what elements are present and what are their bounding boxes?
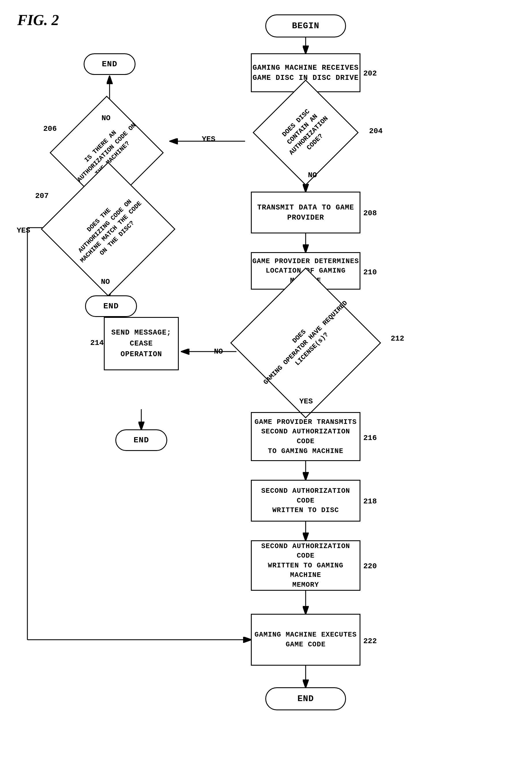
node-214-label: SEND MESSAGE;CEASEOPERATION xyxy=(111,327,171,360)
node-222: GAMING MACHINE EXECUTESGAME CODE xyxy=(251,614,360,666)
node-204: DOES DISCCONTAIN AN AUTHORIZATIONCODE? xyxy=(242,95,369,170)
ref-214: 214 xyxy=(90,339,104,347)
no-label-204: NO xyxy=(308,171,317,180)
ref-202: 202 xyxy=(363,69,377,78)
node-218: SECOND AUTHORIZATION CODEWRITTEN TO DISC xyxy=(251,480,360,522)
ref-218: 218 xyxy=(363,497,377,506)
node-208: TRANSMIT DATA TO GAMEPROVIDER xyxy=(251,192,360,233)
ref-207: 207 xyxy=(35,192,49,200)
node-207-diamond: DOES THEAUTHORIZING CODE ONMACHINE MATCH… xyxy=(35,182,182,277)
ref-216: 216 xyxy=(363,434,377,442)
node-220: SECOND AUTHORIZATION CODEWRITTEN TO GAMI… xyxy=(251,540,360,591)
yes-label-207: YES xyxy=(17,226,30,235)
node-214: SEND MESSAGE;CEASEOPERATION xyxy=(104,317,179,370)
node-222-label: GAMING MACHINE EXECUTESGAME CODE xyxy=(255,630,357,649)
yes-label-204: YES xyxy=(202,135,215,143)
end-node-1: END xyxy=(84,53,136,75)
no-label-212: NO xyxy=(214,347,223,356)
begin-label: BEGIN xyxy=(292,21,319,31)
ref-210: 210 xyxy=(363,268,377,277)
end-node-3: END xyxy=(115,429,167,451)
end-3-label: END xyxy=(134,436,149,445)
node-216-label: GAME PROVIDER TRANSMITSSECOND AUTHORIZAT… xyxy=(252,417,360,456)
end-2-label: END xyxy=(103,302,118,311)
no-label-206: NO xyxy=(102,114,110,122)
ref-204: 204 xyxy=(369,127,383,136)
node-208-label: TRANSMIT DATA TO GAMEPROVIDER xyxy=(257,202,354,223)
end-node-4: END xyxy=(265,687,346,710)
end-node-2: END xyxy=(85,295,137,317)
node-216: GAME PROVIDER TRANSMITSSECOND AUTHORIZAT… xyxy=(251,412,360,461)
ref-222: 222 xyxy=(363,637,377,646)
ref-212: 212 xyxy=(391,334,404,343)
end-4-label: END xyxy=(297,694,314,704)
node-218-label: SECOND AUTHORIZATION CODEWRITTEN TO DISC xyxy=(252,486,360,515)
node-220-label: SECOND AUTHORIZATION CODEWRITTEN TO GAMI… xyxy=(252,541,360,590)
ref-220: 220 xyxy=(363,562,377,571)
yes-label-212: YES xyxy=(299,397,313,406)
begin-node: BEGIN xyxy=(265,15,346,38)
figure-title: FIG. 2 xyxy=(17,12,59,29)
node-212-diamond: DOESGAMING OPERATOR HAVE REQUIREDLICENSE… xyxy=(219,289,392,396)
ref-206-label: 206 xyxy=(43,125,57,133)
end-1-label: END xyxy=(102,60,117,69)
ref-208: 208 xyxy=(363,209,377,218)
page: FIG. 2 xyxy=(0,0,532,757)
no-label-207: NO xyxy=(101,278,110,286)
